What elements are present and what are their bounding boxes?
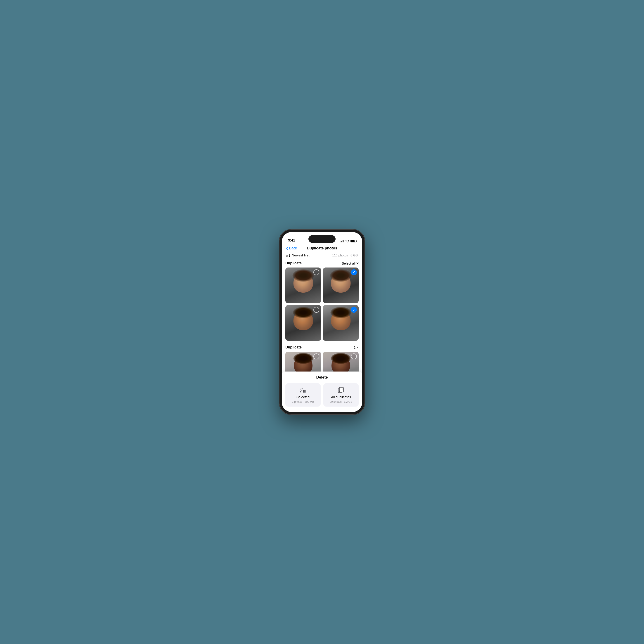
svg-rect-5: [339, 387, 343, 392]
section-2-header: Duplicate 2: [285, 343, 359, 352]
all-duplicates-label: All duplicates: [331, 395, 351, 399]
sort-button[interactable]: Newest first: [286, 253, 309, 257]
photo-item[interactable]: [285, 268, 321, 303]
page-title: Duplicate photos: [307, 246, 337, 251]
selection-indicator[interactable]: ✓: [351, 307, 357, 313]
back-label: Back: [289, 246, 297, 250]
unselected-circle: [313, 269, 319, 275]
svg-point-3: [303, 392, 304, 393]
selected-label: Selected: [296, 395, 310, 399]
selection-indicator[interactable]: [351, 353, 357, 359]
section-2-title: Duplicate: [285, 345, 302, 349]
status-time: 9:41: [288, 238, 295, 242]
selection-indicator[interactable]: [313, 353, 319, 359]
photo-item[interactable]: [285, 305, 321, 341]
select-all-button[interactable]: Select all: [342, 261, 359, 265]
svg-point-2: [303, 391, 304, 392]
signal-icon: [341, 240, 344, 242]
selected-icon: [299, 386, 307, 394]
photo-item[interactable]: ✓: [323, 305, 359, 341]
dynamic-island: [308, 235, 336, 243]
action-buttons: Selected 3 photos · 300 MB All duplicate…: [285, 383, 359, 407]
sort-label: Newest first: [292, 253, 309, 257]
section-1-title: Duplicate: [285, 261, 302, 265]
section-2-action[interactable]: 2: [354, 346, 359, 349]
action-sheet-title: Delete: [285, 375, 359, 380]
sort-bar: Newest first 110 photos · 8 GB: [282, 251, 362, 259]
chevron-down-icon: [356, 263, 359, 264]
all-duplicates-sub: 90 photos · 1.2 GB: [330, 400, 352, 403]
svg-point-0: [301, 388, 303, 390]
phone-device: 9:41: [279, 229, 365, 415]
selected-circle: ✓: [351, 269, 357, 275]
battery-icon: [350, 240, 356, 242]
unselected-circle: [313, 307, 319, 313]
selection-indicator[interactable]: [313, 269, 319, 275]
photo-count: 110 photos · 8 GB: [332, 253, 358, 257]
back-button[interactable]: Back: [286, 246, 297, 250]
unselected-circle: [313, 353, 319, 359]
section-1-header: Duplicate Select all: [285, 259, 359, 268]
photo-grid-1: ✓: [285, 268, 359, 341]
svg-point-1: [303, 390, 304, 391]
selected-sub: 3 photos · 300 MB: [292, 400, 314, 403]
status-icons: [341, 240, 356, 242]
wifi-icon: [346, 240, 349, 242]
unselected-circle: [351, 353, 357, 359]
photo-item[interactable]: ✓: [323, 268, 359, 303]
selection-indicator[interactable]: [313, 307, 319, 313]
section-count: 2: [354, 346, 355, 349]
selected-circle: ✓: [351, 307, 357, 313]
selection-indicator[interactable]: ✓: [351, 269, 357, 275]
delete-all-duplicates-button[interactable]: All duplicates 90 photos · 1.2 GB: [323, 383, 359, 407]
all-duplicates-icon: [337, 386, 345, 394]
action-sheet: Delete Selected: [282, 372, 362, 412]
phone-screen: 9:41: [282, 232, 362, 412]
nav-bar: Back Duplicate photos: [282, 244, 362, 251]
delete-selected-button[interactable]: Selected 3 photos · 300 MB: [285, 383, 321, 407]
chevron-down-icon: [356, 347, 359, 348]
select-all-label: Select all: [342, 261, 355, 265]
